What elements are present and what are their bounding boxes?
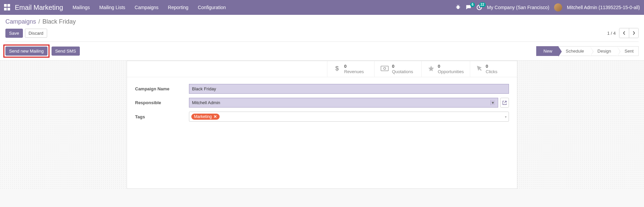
responsible-input[interactable]: Mitchell Admin ▾ (189, 98, 498, 108)
control-panel: Campaigns / Black Friday Save Discard 1 … (0, 15, 644, 61)
stat-buttons: $ 0 Revenues 0 Quotations (127, 61, 517, 77)
pager-prev[interactable] (619, 28, 629, 38)
stat-revenues-label: Revenues (344, 69, 364, 75)
breadcrumb-parent[interactable]: Campaigns (5, 18, 36, 25)
nav-items: Mailings Mailing Lists Campaigns Reporti… (72, 5, 226, 10)
company-selector[interactable]: My Company (San Francisco) (487, 5, 549, 10)
dropdown-caret-icon: ▾ (490, 100, 495, 105)
pager: 1 / 4 (607, 28, 639, 38)
send-sms-button[interactable]: Send SMS (52, 47, 80, 56)
stat-quotations[interactable]: 0 Quotations (374, 61, 421, 77)
send-new-mailing-button[interactable]: Send new Mailing (5, 47, 47, 56)
activities-badge: 22 (479, 2, 486, 7)
dollar-icon: $ (333, 65, 341, 73)
apps-icon[interactable] (4, 4, 11, 11)
tag-label: Marketing (194, 114, 212, 119)
stat-opportunities-label: Opportunities (438, 69, 464, 75)
form-sheet: $ 0 Revenues 0 Quotations (127, 61, 517, 189)
tag-remove-icon[interactable]: ✕ (214, 114, 217, 119)
form-body: Campaign Name Responsible Mitchell Admin… (127, 77, 517, 132)
discard-button[interactable]: Discard (25, 29, 47, 38)
highlight-send-mailing: Send new Mailing (3, 45, 50, 58)
campaign-name-input[interactable] (189, 84, 509, 94)
stat-opportunities-count: 0 (438, 64, 464, 69)
stage-schedule[interactable]: Schedule (558, 46, 590, 56)
stat-clicks-label: Clicks (486, 69, 497, 75)
stat-clicks-count: 0 (486, 64, 497, 69)
nav-reporting[interactable]: Reporting (168, 5, 189, 10)
stat-clicks[interactable]: 0 Clicks (470, 61, 517, 77)
svg-rect-2 (381, 66, 388, 71)
breadcrumb: Campaigns / Black Friday (5, 18, 639, 25)
messaging-badge: 6 (470, 2, 475, 7)
responsible-label: Responsible (135, 100, 189, 105)
activities-icon[interactable]: 22 (476, 4, 482, 10)
external-link-icon (502, 100, 507, 105)
tag-marketing: Marketing ✕ (191, 114, 220, 120)
stat-quotations-count: 0 (392, 64, 413, 69)
dropdown-caret-icon: ▾ (505, 115, 507, 119)
breadcrumb-current: Black Friday (42, 18, 76, 25)
nav-mailing-lists[interactable]: Mailing Lists (99, 5, 125, 10)
stage-new[interactable]: New (536, 46, 558, 56)
stat-revenues-count: 0 (344, 64, 364, 69)
svg-point-3 (384, 67, 386, 69)
pager-text: 1 / 4 (607, 31, 616, 36)
save-button[interactable]: Save (5, 29, 23, 38)
nav-mailings[interactable]: Mailings (72, 5, 90, 10)
star-icon (428, 65, 434, 73)
stat-revenues[interactable]: $ 0 Revenues (327, 61, 374, 77)
tags-input[interactable]: Marketing ✕ ▾ (189, 112, 509, 122)
user-avatar[interactable] (554, 3, 562, 11)
stat-opportunities[interactable]: 0 Opportunities (421, 61, 470, 77)
debug-icon[interactable] (455, 5, 461, 10)
stage-design[interactable]: Design (590, 46, 617, 56)
app-title: Email Marketing (15, 4, 63, 11)
nav-right: 6 22 My Company (San Francisco) Mitchell… (455, 3, 640, 11)
tags-label: Tags (135, 114, 189, 119)
chevron-right-icon (633, 31, 635, 35)
stat-quotations-label: Quotations (392, 69, 413, 75)
chevron-left-icon (623, 31, 625, 35)
nav-campaigns[interactable]: Campaigns (135, 5, 159, 10)
edit-buttons: Save Discard (5, 29, 47, 38)
status-stages: New Schedule Design Sent (536, 46, 639, 56)
responsible-value: Mitchell Admin (192, 100, 220, 105)
cursor-icon (476, 65, 482, 73)
top-nav: Email Marketing Mailings Mailing Lists C… (0, 0, 644, 15)
pager-next[interactable] (629, 28, 638, 38)
money-icon (381, 66, 389, 72)
responsible-external-link[interactable] (500, 98, 509, 108)
messaging-icon[interactable]: 6 (465, 4, 472, 10)
campaign-name-label: Campaign Name (135, 86, 189, 91)
form-background: $ 0 Revenues 0 Quotations (0, 61, 644, 189)
nav-configuration[interactable]: Configuration (198, 5, 226, 10)
user-menu[interactable]: Mitchell Admin (11395225-15-0-all) (567, 5, 640, 10)
svg-text:$: $ (335, 65, 339, 72)
